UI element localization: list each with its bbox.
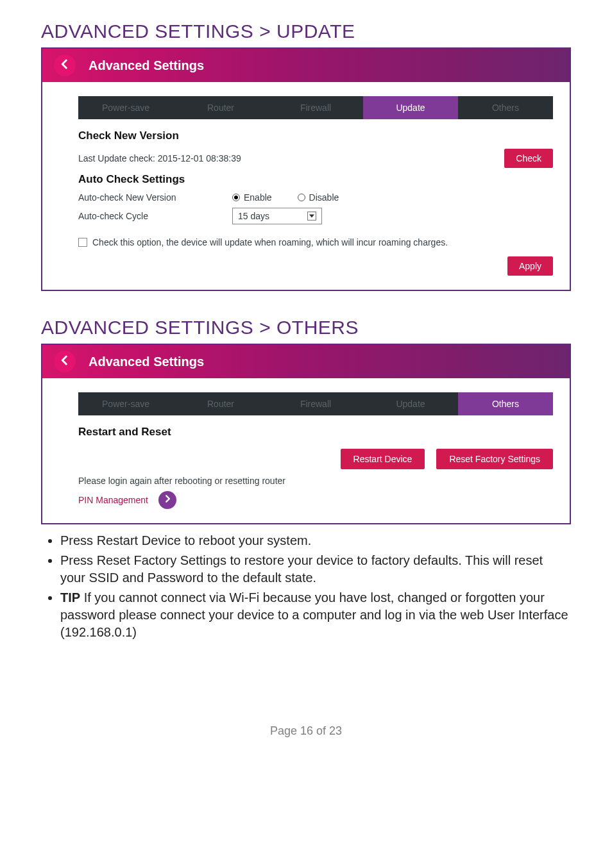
- chevron-left-icon: [59, 355, 71, 369]
- last-check-row: Last Update check: 2015-12-01 08:38:39 C…: [78, 149, 553, 168]
- apply-row: Apply: [78, 256, 553, 276]
- radio-enable[interactable]: Enable: [232, 192, 272, 203]
- bullet-text: Press Restart Device to reboot your syst…: [60, 533, 311, 547]
- svg-marker-0: [309, 215, 314, 218]
- others-buttons-row: Restart Device Reset Factory Settings: [78, 449, 553, 469]
- tab-powersave[interactable]: Power-save: [78, 96, 173, 119]
- tab-others[interactable]: Others: [458, 96, 553, 119]
- tab-router[interactable]: Router: [173, 96, 268, 119]
- last-check-text: Last Update check: 2015-12-01 08:38:39: [78, 153, 241, 163]
- auto-check-cycle-row: Auto-check Cycle 15 days: [78, 208, 553, 224]
- bullet-text: If you cannot connect via Wi-Fi because …: [60, 590, 568, 639]
- auto-check-title: Auto Check Settings: [78, 173, 553, 186]
- radio-disable[interactable]: Disable: [298, 192, 339, 203]
- pin-management-link[interactable]: PIN Management: [78, 495, 148, 505]
- tabs-row: Power-save Router Firewall Update Others: [78, 392, 553, 415]
- pin-management-go-button[interactable]: [158, 491, 176, 509]
- auto-check-cycle-label: Auto-check Cycle: [78, 211, 232, 221]
- section-update: ADVANCED SETTINGS > UPDATE Advanced Sett…: [0, 0, 612, 291]
- page-footer: Page 16 of 23: [0, 724, 612, 738]
- panel-header: Advanced Settings: [42, 49, 570, 82]
- cycle-select-value: 15 days: [238, 211, 269, 221]
- check-button[interactable]: Check: [504, 149, 553, 168]
- radio-enable-label: Enable: [244, 192, 272, 203]
- panel-update: Advanced Settings Power-save Router Fire…: [41, 47, 571, 291]
- panel-body-others: Power-save Router Firewall Update Others…: [42, 378, 570, 523]
- list-item: TIP If you cannot connect via Wi-Fi beca…: [60, 589, 571, 641]
- back-button[interactable]: [54, 54, 76, 76]
- radio-dot-icon: [298, 194, 305, 201]
- auto-check-newversion-row: Auto-check New Version Enable Disable: [78, 192, 553, 203]
- restart-device-button[interactable]: Restart Device: [341, 449, 425, 469]
- roaming-checkbox-label: Check this option, the device will updat…: [92, 237, 448, 247]
- tab-firewall[interactable]: Firewall: [268, 96, 363, 119]
- panel-title: Advanced Settings: [89, 58, 204, 73]
- roaming-checkbox[interactable]: [78, 238, 87, 247]
- doc-bullet-list: Press Restart Device to reboot your syst…: [0, 524, 612, 641]
- bullet-tip-bold: TIP: [60, 590, 80, 605]
- reset-factory-button[interactable]: Reset Factory Settings: [436, 449, 553, 469]
- panel-title: Advanced Settings: [89, 355, 204, 369]
- reboot-note: Please login again after rebooting or re…: [78, 476, 285, 486]
- pin-management-row: PIN Management: [78, 491, 553, 509]
- chevron-left-icon: [59, 58, 71, 72]
- list-item: Press Restart Device to reboot your syst…: [60, 532, 571, 549]
- tab-update[interactable]: Update: [363, 96, 458, 119]
- check-new-version-title: Check New Version: [78, 129, 553, 142]
- dropdown-caret-icon: [307, 212, 316, 221]
- heading-others: ADVANCED SETTINGS > OTHERS: [41, 317, 571, 338]
- heading-update: ADVANCED SETTINGS > UPDATE: [41, 21, 571, 42]
- panel-others: Advanced Settings Power-save Router Fire…: [41, 344, 571, 524]
- tab-others[interactable]: Others: [458, 392, 553, 415]
- tab-update[interactable]: Update: [363, 392, 458, 415]
- chevron-right-icon: [163, 494, 172, 506]
- auto-check-newversion-label: Auto-check New Version: [78, 192, 232, 203]
- back-button[interactable]: [54, 351, 76, 372]
- cycle-select[interactable]: 15 days: [232, 208, 322, 224]
- roaming-checkbox-row: Check this option, the device will updat…: [78, 237, 553, 247]
- reboot-note-row: Please login again after rebooting or re…: [78, 476, 553, 486]
- radio-dot-icon: [232, 194, 240, 201]
- radio-group-autocheck: Enable Disable: [232, 192, 339, 203]
- list-item: Press Reset Factory Settings to restore …: [60, 552, 571, 587]
- section-others: ADVANCED SETTINGS > OTHERS Advanced Sett…: [0, 291, 612, 524]
- radio-disable-label: Disable: [309, 192, 339, 203]
- bullet-text: Press Reset Factory Settings to restore …: [60, 553, 543, 585]
- panel-body-update: Power-save Router Firewall Update Others…: [42, 82, 570, 290]
- tab-router[interactable]: Router: [173, 392, 268, 415]
- tab-firewall[interactable]: Firewall: [268, 392, 363, 415]
- tab-powersave[interactable]: Power-save: [78, 392, 173, 415]
- tabs-row: Power-save Router Firewall Update Others: [78, 96, 553, 119]
- panel-header: Advanced Settings: [42, 345, 570, 378]
- apply-button[interactable]: Apply: [507, 256, 553, 276]
- restart-reset-title: Restart and Reset: [78, 426, 553, 438]
